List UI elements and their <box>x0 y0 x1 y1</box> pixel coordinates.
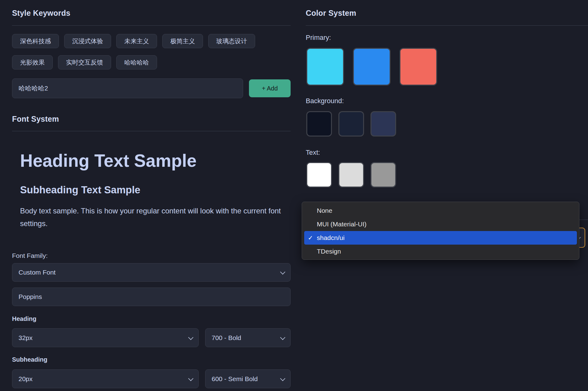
menu-item-tdesign[interactable]: TDesign <box>302 245 579 258</box>
style-keywords-divider <box>12 25 291 26</box>
font-system-divider <box>12 131 291 131</box>
chevron-down-icon <box>188 335 193 340</box>
primary-color-swatch[interactable] <box>400 48 437 86</box>
menu-item-mui[interactable]: MUI (Material-UI) <box>302 217 579 231</box>
subheading-settings-label: Subheading <box>12 356 47 363</box>
checkmark-icon: ✓ <box>308 231 317 245</box>
add-keyword-button[interactable]: + Add <box>249 79 291 97</box>
keyword-chip[interactable]: 光影效果 <box>12 55 53 69</box>
background-color-swatch[interactable] <box>306 111 332 137</box>
design-settings-page: Style Keywords 深色科技感 沉浸式体验 未来主义 极简主义 玻璃态… <box>0 0 588 391</box>
heading-text-sample: Heading Text Sample <box>20 150 197 171</box>
text-color-swatch[interactable] <box>371 162 396 187</box>
heading-settings-label: Heading <box>12 315 36 322</box>
menu-item-label: shadcn/ui <box>317 231 345 245</box>
font-system-title: Font System <box>12 115 59 124</box>
chevron-down-icon <box>280 335 285 340</box>
subheading-size-value: 20px <box>19 375 185 383</box>
heading-size-value: 32px <box>19 334 185 342</box>
heading-size-select[interactable]: 32px <box>12 328 199 347</box>
chevron-down-icon <box>280 376 285 381</box>
subheading-weight-select[interactable]: 600 - Semi Bold <box>205 369 291 388</box>
background-color-swatch[interactable] <box>371 111 396 137</box>
component-library-menu: None MUI (Material-UI) ✓ shadcn/ui TDesi… <box>302 202 579 260</box>
text-color-swatch[interactable] <box>306 162 332 187</box>
chevron-down-icon <box>280 269 285 275</box>
style-keyword-chips: 深色科技感 沉浸式体验 未来主义 极简主义 玻璃态设计 光影效果 实时交互反馈 … <box>12 34 291 69</box>
chevron-down-icon <box>188 376 193 381</box>
primary-colors-label: Primary: <box>306 34 331 42</box>
keyword-chip[interactable]: 哈哈哈哈 <box>116 55 157 69</box>
keyword-chip[interactable]: 未来主义 <box>116 34 157 48</box>
font-family-select[interactable]: Custom Font <box>12 263 291 282</box>
left-column: Style Keywords 深色科技感 沉浸式体验 未来主义 极简主义 玻璃态… <box>12 0 291 391</box>
background-colors-label: Background: <box>306 97 344 105</box>
keyword-chip[interactable]: 沉浸式体验 <box>64 34 111 48</box>
primary-swatch-row <box>306 48 446 86</box>
add-keyword-row: + Add <box>12 78 291 98</box>
keyword-chip[interactable]: 玻璃态设计 <box>208 34 255 48</box>
text-color-swatch[interactable] <box>338 162 364 187</box>
keyword-chip[interactable]: 深色科技感 <box>12 34 59 48</box>
font-family-select-value: Custom Font <box>19 269 277 276</box>
primary-color-swatch[interactable] <box>353 48 391 86</box>
keyword-chip[interactable]: 实时交互反馈 <box>58 55 111 69</box>
subheading-weight-value: 600 - Semi Bold <box>212 375 277 383</box>
text-swatch-row <box>306 162 403 187</box>
style-keywords-title: Style Keywords <box>12 9 70 18</box>
text-colors-label: Text: <box>306 149 320 157</box>
custom-font-input[interactable] <box>12 288 291 306</box>
menu-item-shadcn-selected[interactable]: ✓ shadcn/ui <box>304 231 577 245</box>
font-family-label: Font Family: <box>12 252 48 259</box>
menu-item-none[interactable]: None <box>302 204 579 217</box>
keyword-chip[interactable]: 极简主义 <box>162 34 203 48</box>
background-color-swatch[interactable] <box>338 111 364 137</box>
primary-color-swatch[interactable] <box>306 48 344 86</box>
subheading-size-select[interactable]: 20px <box>12 369 199 388</box>
subheading-text-sample: Subheading Text Sample <box>20 184 140 196</box>
background-swatch-row <box>306 111 403 137</box>
keyword-input[interactable] <box>12 78 243 98</box>
right-column: Color System Primary: Background: Text: <box>306 0 588 391</box>
body-text-sample: Body text sample. This is how your regul… <box>20 204 291 230</box>
color-system-title: Color System <box>306 9 356 18</box>
heading-weight-select[interactable]: 700 - Bold <box>205 328 291 347</box>
heading-weight-value: 700 - Bold <box>212 334 277 342</box>
color-system-divider <box>306 25 588 26</box>
